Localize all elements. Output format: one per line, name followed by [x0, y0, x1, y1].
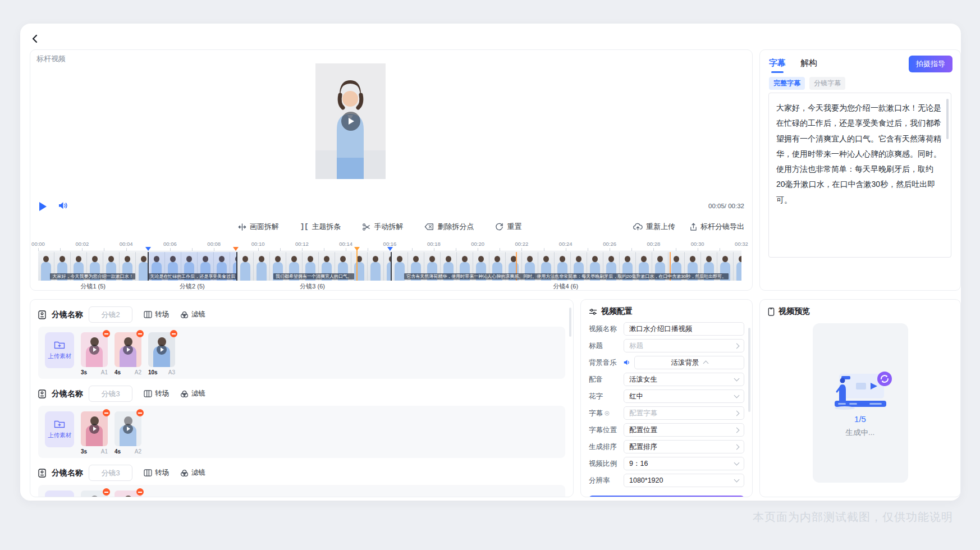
clip-duration: 10s: [148, 369, 158, 375]
field-label: 生成排序: [589, 442, 624, 452]
remove-clip-icon[interactable]: [103, 330, 110, 337]
segment-label: 分镜1 (5): [80, 282, 106, 291]
timeline-segment-3[interactable]: 我们都希望拥有一个清爽宜人的口气。: [237, 252, 391, 281]
clip-tag: A2: [135, 369, 141, 375]
split-frame-button[interactable]: 画面拆解: [238, 222, 279, 232]
play-icon[interactable]: [123, 345, 133, 355]
folder-plus-icon: [54, 419, 65, 429]
remove-clip-icon[interactable]: [136, 330, 144, 337]
upload-material-card[interactable]: 上传素材: [45, 491, 74, 497]
upload-material-card[interactable]: 上传素材: [45, 332, 74, 368]
sliders-icon: [589, 308, 597, 315]
filter-label: 滤镜: [191, 310, 205, 319]
reset-button[interactable]: 重置: [495, 222, 521, 232]
shooting-guide-button[interactable]: 拍摄指导: [909, 56, 952, 72]
voice-select[interactable]: 活泼女生: [624, 373, 744, 386]
clip-item[interactable]: 3sA1: [81, 411, 108, 455]
transition-button[interactable]: 转场: [144, 389, 169, 398]
speaker-icon[interactable]: [624, 359, 631, 366]
timeline[interactable]: 00:00 00:02 00:04 00:06 00:08 00:10 00:1…: [38, 241, 741, 283]
clip-item[interactable]: 4sA2: [115, 332, 141, 375]
export-icon: [690, 223, 697, 231]
resolution-select[interactable]: 1080*1920: [624, 474, 744, 487]
folder-plus-icon: [54, 340, 65, 350]
pill-full-subtitle[interactable]: 完整字幕: [769, 77, 805, 90]
play-overlay-icon[interactable]: [341, 112, 360, 131]
filter-icon: [180, 311, 189, 319]
fancy-text-select[interactable]: 红中: [624, 389, 744, 403]
toolbar-label: 手动拆解: [374, 222, 403, 232]
split-marker-blue[interactable]: [387, 247, 393, 254]
remove-clip-icon[interactable]: [136, 409, 144, 416]
split-marker-orange[interactable]: [233, 247, 239, 254]
clip-duration: 3s: [81, 448, 87, 455]
upload-material-card[interactable]: 上传素材: [45, 411, 74, 447]
transition-button[interactable]: 转场: [144, 310, 169, 319]
bgm-select[interactable]: 活泼背景: [634, 356, 744, 369]
filter-button[interactable]: 滤镜: [180, 468, 205, 478]
generation-order-field[interactable]: 配置排序: [624, 440, 744, 453]
subtitle-config-field[interactable]: 配置字幕: [624, 406, 744, 420]
tab-subtitle[interactable]: 字幕: [769, 58, 786, 73]
title-field[interactable]: 标题: [624, 339, 744, 352]
volume-icon[interactable]: [58, 201, 68, 210]
play-icon[interactable]: [89, 345, 99, 355]
film-frame: [237, 252, 254, 281]
field-value: 1080*1920: [629, 476, 663, 484]
clip-item[interactable]: 3sA1: [81, 332, 108, 375]
scrollbar-thumb[interactable]: [946, 99, 949, 139]
split-marker-blue[interactable]: [145, 247, 151, 254]
toolbar-label: 重新上传: [646, 222, 675, 232]
field-label: 标题: [589, 341, 624, 351]
reupload-button[interactable]: 重新上传: [633, 222, 675, 232]
ruler-tick-label: 00:16: [383, 241, 397, 247]
shot-name-input[interactable]: [89, 386, 132, 402]
clip-item[interactable]: [115, 491, 141, 497]
play-icon[interactable]: [39, 202, 47, 211]
timeline-segment-4[interactable]: 它含有天然薄荷精华，使用时带来一种沁人心脾的凉爽感。同时。使用方法也非常简单：每…: [392, 252, 742, 281]
upload-label: 上传素材: [48, 432, 71, 439]
play-icon[interactable]: [157, 345, 167, 355]
shot-name-input[interactable]: [89, 465, 132, 481]
segment-caption: 无论是在忙碌的工作后，还是享受美食过后，: [149, 273, 236, 279]
remove-clip-icon[interactable]: [136, 488, 144, 496]
clip-item[interactable]: 10sA3: [148, 332, 175, 375]
generation-status: 生成中...: [813, 428, 908, 438]
subtitle-position-field[interactable]: 配置位置: [624, 423, 744, 437]
tab-deconstruct[interactable]: 解构: [800, 58, 817, 73]
clip-item[interactable]: 4sA2: [115, 411, 141, 455]
play-icon[interactable]: [123, 424, 133, 434]
subtitle-textbox[interactable]: 大家好，今天我要为您介绍一款漱口水！无论是在忙碌的工作后，还是享受美食过后，我们…: [768, 93, 951, 258]
generate-button[interactable]: 生成: [589, 496, 744, 497]
transition-button[interactable]: 转场: [144, 468, 169, 478]
portrait-icon: [38, 310, 46, 319]
export-storyboard-button[interactable]: 标杆分镜导出: [690, 222, 744, 232]
filter-button[interactable]: 滤镜: [180, 389, 205, 398]
aspect-ratio-select[interactable]: 9：16: [624, 457, 744, 470]
field-value: 红中: [629, 392, 643, 401]
pill-shot-subtitle[interactable]: 分镜字幕: [809, 77, 845, 90]
ruler-tick-label: 00:18: [427, 241, 441, 247]
remove-clip-icon[interactable]: [103, 409, 110, 416]
ruler-tick-label: 00:22: [515, 241, 529, 247]
scrollbar-thumb[interactable]: [569, 308, 571, 337]
play-icon[interactable]: [89, 424, 99, 434]
shot-name-input[interactable]: [89, 306, 132, 323]
remove-clip-icon[interactable]: [170, 330, 177, 337]
clip-item[interactable]: [81, 491, 108, 497]
filter-button[interactable]: 滤镜: [180, 310, 205, 319]
timeline-segment-1[interactable]: 大家好，今天我要为您介绍一款漱口水！: [38, 252, 148, 281]
scrollbar-thumb[interactable]: [748, 328, 750, 412]
field-label: 字幕位置: [589, 425, 624, 435]
back-button[interactable]: [29, 33, 42, 45]
delete-splitpoint-button[interactable]: 删除拆分点: [424, 222, 474, 232]
playhead[interactable]: [356, 247, 358, 281]
chevron-right-icon: [734, 410, 740, 416]
video-name-input[interactable]: 漱口水介绍口播视频: [624, 322, 744, 336]
manual-split-button[interactable]: 手动拆解: [362, 222, 403, 232]
topic-split-button[interactable]: ][ 主题拆条: [300, 222, 341, 232]
video-preview-frame[interactable]: [315, 63, 386, 179]
remove-clip-icon[interactable]: [103, 488, 110, 496]
brackets-icon: ][: [300, 223, 308, 231]
timeline-segment-2-selected[interactable]: 无论是在忙碌的工作后，还是享受美食过后，: [149, 252, 236, 281]
